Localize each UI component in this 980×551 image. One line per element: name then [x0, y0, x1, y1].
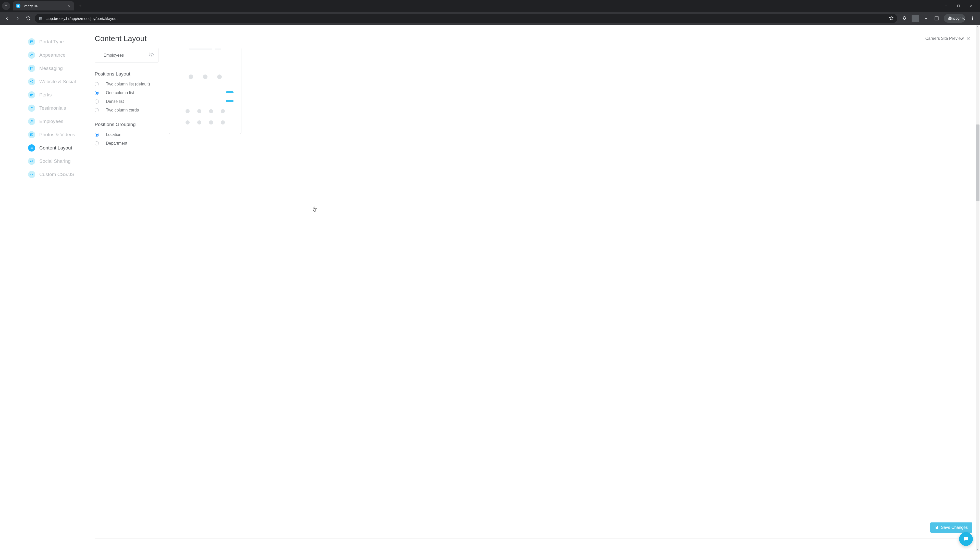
sidebar-item-label: Portal Type: [39, 39, 64, 44]
radio-input[interactable]: [95, 108, 99, 112]
incognito-indicator[interactable]: Incognito: [944, 14, 965, 23]
save-icon: [935, 526, 939, 530]
radio-label: Dense list: [106, 99, 124, 104]
radio-grouping-department[interactable]: Department: [95, 141, 159, 146]
positions-grouping-group: Location Department: [95, 132, 159, 146]
browser-tab-strip: b Breezy HR: [0, 0, 980, 12]
image-icon: [28, 131, 35, 138]
window-controls: [942, 2, 978, 10]
radio-dense-list[interactable]: Dense list: [95, 99, 159, 104]
sidebar-item-label: Custom CSS/JS: [39, 171, 74, 177]
side-panel-icon[interactable]: [933, 15, 940, 22]
new-tab-button[interactable]: [76, 2, 84, 10]
radio-input[interactable]: [95, 91, 99, 95]
careers-site-preview-link[interactable]: Careers Site Preview: [925, 36, 971, 41]
radio-one-column-list[interactable]: One column list: [95, 91, 159, 95]
preview-placeholder: [189, 48, 212, 49]
nav-back-button[interactable]: [3, 14, 11, 23]
positions-grouping-heading: Positions Grouping: [95, 122, 159, 127]
radio-two-column-list[interactable]: Two column list (default): [95, 82, 159, 86]
sidebar-item-messaging[interactable]: Messaging: [28, 62, 87, 75]
sidebar-item-label: Website & Social: [39, 79, 76, 84]
sidebar-item-label: Photos & Videos: [39, 132, 75, 138]
toolbar-separator: [912, 15, 919, 22]
positions-layout-heading: Positions Layout: [95, 71, 159, 77]
preview-placeholder: [197, 109, 201, 113]
page-scrollbar-track[interactable]: [976, 25, 980, 551]
save-changes-button[interactable]: Save Changes: [930, 522, 972, 533]
sidebar-item-label: Content Layout: [39, 145, 72, 151]
sidebar-item-photos-videos[interactable]: Photos & Videos: [28, 128, 87, 141]
radio-label: Location: [106, 132, 121, 137]
browser-menu-button[interactable]: [969, 15, 976, 22]
radio-label: Two column list (default): [106, 82, 150, 86]
sidebar-item-perks[interactable]: Perks: [28, 88, 87, 102]
page-viewport: Portal Type Appearance Messaging Website…: [0, 25, 980, 551]
tab-search-dropdown[interactable]: [2, 2, 10, 10]
window-minimize-button[interactable]: [942, 2, 950, 10]
window-close-button[interactable]: [968, 2, 975, 10]
downloads-icon[interactable]: [922, 15, 929, 22]
radio-input[interactable]: [95, 141, 99, 145]
preview-placeholder: [189, 75, 193, 79]
sidebar-item-website-social[interactable]: Website & Social: [28, 75, 87, 88]
share-icon: [28, 78, 35, 85]
external-link-icon: [966, 36, 971, 41]
sidebar-item-social-sharing[interactable]: Social Sharing: [28, 155, 87, 168]
scroll-up-arrow[interactable]: [976, 25, 980, 29]
save-button-label: Save Changes: [941, 525, 968, 530]
preview-placeholder: [186, 121, 189, 124]
site-info-icon[interactable]: [38, 16, 43, 21]
chat-launcher-button[interactable]: [959, 532, 973, 546]
message-icon: [28, 65, 35, 72]
sidebar-item-label: Social Sharing: [39, 159, 71, 164]
radio-label: Department: [106, 141, 127, 146]
sidebar-item-appearance[interactable]: Appearance: [28, 48, 87, 62]
address-bar[interactable]: app.breezy.hr/app/c/moodjoy/portal/layou…: [35, 14, 897, 23]
scroll-down-arrow[interactable]: [976, 548, 980, 551]
radio-label: Two column cards: [106, 108, 139, 113]
settings-sidebar: Portal Type Appearance Messaging Website…: [0, 25, 87, 551]
extensions-icon[interactable]: [901, 15, 908, 22]
radio-grouping-location[interactable]: Location: [95, 132, 159, 137]
sidebar-item-custom-css-js[interactable]: Custom CSS/JS: [28, 168, 87, 181]
browser-tab[interactable]: b Breezy HR: [13, 1, 74, 11]
sidebar-item-label: Perks: [39, 92, 52, 98]
bookmark-star-icon[interactable]: [889, 16, 894, 21]
sidebar-item-portal-type[interactable]: Portal Type: [28, 35, 87, 48]
radio-input[interactable]: [95, 133, 99, 137]
svg-point-10: [32, 80, 33, 81]
svg-point-14: [32, 121, 33, 121]
preview-placeholder: [209, 121, 213, 124]
radio-two-column-cards[interactable]: Two column cards: [95, 108, 159, 113]
tab-title: Breezy HR: [22, 4, 64, 8]
tab-close-button[interactable]: [66, 3, 71, 8]
svg-point-6: [972, 18, 973, 19]
code-icon: [28, 171, 35, 178]
sidebar-item-employees[interactable]: Employees: [28, 115, 87, 128]
link-icon: [28, 158, 35, 165]
preview-placeholder: [186, 109, 189, 113]
sidebar-item-testimonials[interactable]: Testimonials: [28, 102, 87, 115]
svg-point-7: [972, 19, 973, 20]
preview-placeholder: [221, 109, 225, 113]
sidebar-item-label: Appearance: [39, 52, 65, 58]
nav-forward-button[interactable]: [13, 14, 22, 23]
nav-reload-button[interactable]: [24, 14, 33, 23]
employees-visibility-row[interactable]: Employees: [95, 48, 159, 62]
page-scrollbar-thumb[interactable]: [976, 124, 980, 201]
address-bar-url: app.breezy.hr/app/c/moodjoy/portal/layou…: [46, 16, 886, 21]
visibility-off-icon[interactable]: [148, 52, 154, 59]
window-maximize-button[interactable]: [955, 2, 962, 10]
svg-point-11: [32, 82, 33, 83]
svg-point-9: [30, 81, 31, 82]
employees-box-label: Employees: [99, 53, 124, 58]
positions-layout-group: Two column list (default) One column lis…: [95, 82, 159, 113]
preview-placeholder: [217, 75, 222, 79]
sidebar-item-content-layout[interactable]: Content Layout: [28, 141, 87, 155]
radio-input[interactable]: [95, 100, 99, 103]
radio-label: One column list: [106, 91, 134, 95]
incognito-label: Incognito: [955, 15, 962, 22]
radio-input[interactable]: [95, 82, 99, 86]
page-title: Content Layout: [95, 34, 146, 43]
